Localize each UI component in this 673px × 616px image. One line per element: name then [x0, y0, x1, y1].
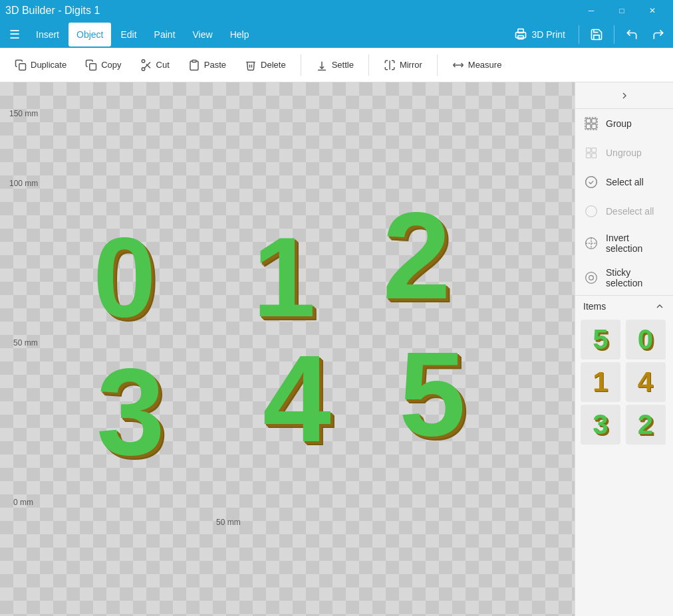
svg-rect-8 — [192, 60, 196, 62]
redo-icon — [652, 28, 665, 41]
label-50mm: 50 mm — [13, 338, 38, 348]
redo-button[interactable] — [646, 23, 670, 47]
svg-point-24 — [586, 272, 597, 284]
delete-button[interactable]: Delete — [235, 49, 295, 81]
main: 150 mm 100 mm 50 mm 0 mm 50 mm 100 mm 0 … — [0, 82, 673, 616]
label-150mm: 150 mm — [9, 109, 38, 118]
group-button[interactable]: Group — [575, 109, 673, 138]
cut-icon — [140, 59, 152, 71]
svg-rect-16 — [587, 148, 591, 153]
svg-rect-11 — [587, 119, 591, 124]
right-panel: Group Ungroup Select all Deselect all — [575, 82, 673, 616]
cut-button[interactable]: Cut — [131, 49, 179, 81]
toolbar-sep-2 — [368, 54, 369, 76]
svg-rect-4 — [90, 63, 96, 70]
copy-button[interactable]: Copy — [76, 49, 130, 81]
item-thumb-0[interactable]: 0 — [626, 320, 666, 359]
measure-icon — [452, 59, 464, 71]
svg-rect-12 — [592, 119, 597, 124]
undo-icon — [625, 28, 638, 41]
settle-button[interactable]: Settle — [307, 49, 363, 81]
svg-point-25 — [589, 276, 594, 280]
items-grid: 5 0 1 4 3 2 — [575, 317, 673, 447]
titlebar: 3D Builder - Digits 1 ─ □ ✕ — [0, 0, 673, 21]
divider — [579, 25, 579, 44]
duplicate-button[interactable]: Duplicate — [5, 49, 76, 81]
svg-rect-2 — [518, 36, 523, 39]
menu-help[interactable]: Help — [222, 23, 257, 47]
paste-button[interactable]: Paste — [179, 49, 235, 81]
copy-icon — [85, 59, 97, 71]
undo-button[interactable] — [620, 23, 644, 47]
3dprint-button[interactable]: 3D Print — [506, 23, 573, 47]
svg-rect-14 — [592, 124, 597, 129]
sticky-selection-icon — [583, 270, 599, 286]
maximize-button[interactable]: □ — [606, 0, 637, 21]
deselect-all-button[interactable]: Deselect all — [575, 197, 673, 226]
divider2 — [614, 25, 614, 44]
paste-icon — [188, 59, 200, 71]
hamburger-button[interactable]: ☰ — [3, 23, 27, 47]
select-all-button[interactable]: Select all — [575, 167, 673, 197]
digit-1[interactable]: 1 — [253, 212, 316, 342]
mirror-button[interactable]: Mirror — [374, 49, 432, 81]
svg-rect-13 — [587, 124, 591, 129]
items-collapse-icon — [654, 301, 665, 312]
items-label: Items — [583, 301, 606, 312]
item-thumb-2[interactable]: 2 — [626, 405, 666, 445]
print-icon — [514, 28, 527, 41]
label-50mm-h: 50 mm — [216, 518, 241, 527]
svg-point-6 — [142, 59, 145, 62]
item-thumb-1[interactable]: 1 — [581, 362, 620, 402]
save-icon — [590, 28, 603, 41]
toolbar: Duplicate Copy Cut Paste Delete Settle M… — [0, 48, 673, 82]
measure-button[interactable]: Measure — [443, 49, 511, 81]
menu-view[interactable]: View — [185, 23, 221, 47]
svg-point-22 — [586, 206, 597, 217]
sticky-selection-button[interactable]: Sticky selection — [575, 260, 673, 295]
save-button[interactable] — [585, 23, 608, 47]
items-header[interactable]: Items — [575, 296, 673, 317]
ungroup-button[interactable]: Ungroup — [575, 138, 673, 167]
toolbar-sep-1 — [301, 54, 301, 76]
item-thumb-3[interactable]: 3 — [581, 405, 620, 445]
svg-rect-15 — [585, 118, 597, 130]
digit-3[interactable]: 3 — [96, 342, 165, 482]
titlebar-title: 3D Builder - Digits 1 — [5, 5, 100, 17]
toolbar-sep-3 — [437, 54, 438, 76]
svg-rect-3 — [19, 63, 26, 70]
duplicate-icon — [15, 59, 27, 71]
item-thumb-4[interactable]: 4 — [626, 362, 666, 402]
menu-paint[interactable]: Paint — [146, 23, 184, 47]
label-0mm: 0 mm — [13, 498, 33, 507]
minimize-button[interactable]: ─ — [576, 0, 606, 21]
menubar: ☰ Insert Object Edit Paint View Help 3D … — [0, 21, 673, 48]
select-all-icon — [583, 174, 599, 190]
close-button[interactable]: ✕ — [637, 0, 668, 21]
menu-object[interactable]: Object — [68, 23, 111, 47]
svg-rect-18 — [587, 154, 591, 158]
canvas-bg: 150 mm 100 mm 50 mm 0 mm 50 mm 100 mm 0 … — [0, 82, 575, 616]
ungroup-icon — [583, 145, 599, 161]
chevron-right-icon — [619, 90, 630, 101]
digit-0[interactable]: 0 — [93, 212, 156, 342]
items-section: Items 5 0 1 4 — [575, 295, 673, 616]
settle-icon — [316, 59, 328, 71]
svg-point-5 — [142, 67, 145, 70]
delete-icon — [245, 59, 257, 71]
digit-2[interactable]: 2 — [382, 185, 451, 326]
digit-5[interactable]: 5 — [399, 325, 466, 462]
label-100mm: 100 mm — [9, 179, 38, 188]
panel-toggle-button[interactable] — [575, 82, 673, 109]
menu-insert[interactable]: Insert — [28, 23, 67, 47]
invert-selection-icon — [583, 235, 599, 251]
canvas-area[interactable]: 150 mm 100 mm 50 mm 0 mm 50 mm 100 mm 0 … — [0, 82, 575, 616]
item-thumb-5[interactable]: 5 — [581, 320, 620, 359]
mirror-icon — [384, 59, 396, 71]
invert-selection-button[interactable]: Invert selection — [575, 226, 673, 260]
menu-edit[interactable]: Edit — [112, 23, 144, 47]
titlebar-controls: ─ □ ✕ — [576, 0, 668, 21]
menubar-right: 3D Print — [506, 23, 670, 47]
digit-4[interactable]: 4 — [263, 328, 331, 469]
group-icon — [583, 116, 599, 132]
